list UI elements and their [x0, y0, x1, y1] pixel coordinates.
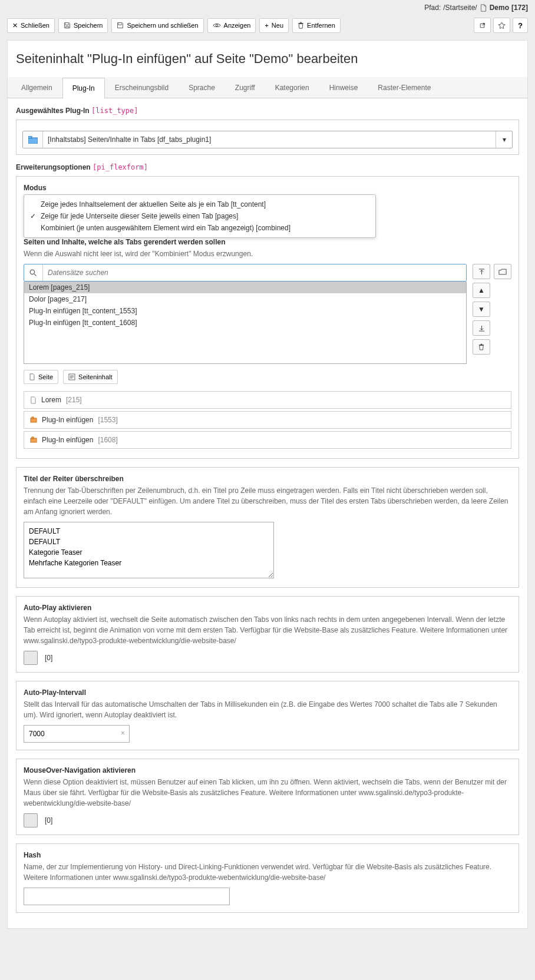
- svg-rect-2: [28, 136, 32, 138]
- autoplay-label: Auto-Play aktivieren: [24, 604, 511, 612]
- add-page-button[interactable]: Seite: [24, 370, 58, 384]
- ref-name: Plug-In einfügen: [42, 436, 93, 444]
- tab-erscheinungsbild[interactable]: Erscheinungsbild: [105, 77, 179, 98]
- search-icon: [24, 264, 43, 281]
- page-icon: [480, 4, 487, 12]
- save-close-button[interactable]: Speichern und schließen: [111, 18, 203, 33]
- page-icon: [30, 396, 37, 404]
- browse-button[interactable]: [494, 264, 511, 279]
- path-page-name[interactable]: Demo: [490, 4, 509, 12]
- plus-icon: +: [265, 22, 268, 29]
- remove-item-button[interactable]: [473, 339, 490, 355]
- path-crumb[interactable]: /Startseite/: [443, 4, 477, 12]
- mode-dropdown-menu: Zeige jedes Inhaltselement der aktuellen…: [24, 194, 376, 238]
- move-down-button[interactable]: ▼: [473, 302, 490, 317]
- ref-id: [1553]: [98, 416, 117, 424]
- move-top-button[interactable]: [473, 264, 490, 279]
- tab-zugriff[interactable]: Zugriff: [225, 77, 265, 98]
- tab-plug-in[interactable]: Plug-In: [62, 78, 105, 98]
- delete-button[interactable]: Entfernen: [292, 18, 341, 33]
- path-prefix: Pfad:: [424, 4, 441, 12]
- close-button[interactable]: ✕Schließen: [7, 18, 55, 33]
- chevron-down-icon: ▾: [496, 131, 512, 148]
- hash-label: Hash: [24, 851, 511, 859]
- trash-icon: [298, 22, 304, 29]
- mouseover-help: Wenn diese Option deaktiviert ist, müsse…: [24, 777, 511, 809]
- move-up-button[interactable]: ▲: [473, 283, 490, 298]
- ref-id: [215]: [66, 396, 82, 404]
- records-listbox[interactable]: Lorem [pages_215] Dolor [pages_217] Plug…: [24, 282, 467, 364]
- tab-raster-elemente[interactable]: Raster-Elemente: [368, 77, 441, 98]
- autoplay-checkbox[interactable]: [24, 651, 38, 665]
- eye-icon: [213, 22, 221, 28]
- records-help: Wenn die Auswahl nicht leer ist, wird de…: [24, 249, 511, 259]
- svg-point-3: [30, 270, 34, 274]
- view-button[interactable]: Anzeigen: [207, 18, 256, 33]
- content-icon: [68, 373, 75, 380]
- svg-point-0: [216, 24, 218, 27]
- mode-option-pages[interactable]: Zeige für jede Unterseite dieser Seite j…: [24, 210, 375, 222]
- mode-label: Modus: [24, 184, 511, 192]
- plugin-label: Ausgewähltes Plug-In [list_type]: [16, 107, 519, 115]
- ref-item[interactable]: Lorem [215]: [24, 391, 511, 409]
- page-icon: [29, 373, 35, 380]
- add-content-button[interactable]: Seiteninhalt: [63, 370, 118, 384]
- save-close-icon: [117, 22, 124, 29]
- ref-item[interactable]: Plug-In einfügen [1608]: [24, 431, 511, 449]
- bookmark-button[interactable]: [493, 18, 510, 33]
- plugin-tech-name: [list_type]: [91, 107, 138, 115]
- breadcrumb: Pfad: /Startseite/ Demo [172]: [0, 0, 535, 14]
- svg-rect-6: [32, 417, 34, 419]
- plugin-icon: [23, 131, 43, 148]
- plugin-select[interactable]: [Inhaltstabs] Seiten/Inhalte in Tabs [df…: [22, 131, 513, 148]
- mouseover-checkbox[interactable]: [24, 813, 38, 827]
- list-item[interactable]: Plug-In einfügen [tt_content_1608]: [24, 317, 466, 329]
- open-new-window-button[interactable]: [474, 18, 491, 33]
- help-button[interactable]: ?: [513, 18, 528, 33]
- interval-label: Auto-Play-Intervall: [24, 688, 511, 697]
- plugin-icon: [30, 416, 37, 423]
- list-item[interactable]: Dolor [pages_217]: [24, 293, 466, 305]
- autoplay-value: [0]: [45, 654, 52, 662]
- autoplay-help: Wenn Autoplay aktiviert ist, wechselt di…: [24, 614, 511, 646]
- plugin-icon: [30, 436, 37, 443]
- page-title: Seiteninhalt "Plug-In einfügen" auf Seit…: [16, 51, 519, 67]
- tab-kategorien[interactable]: Kategorien: [265, 77, 319, 98]
- ext-tech-name: [pi_flexform]: [93, 163, 148, 171]
- tab-sprache[interactable]: Sprache: [179, 77, 225, 98]
- mode-option-combined[interactable]: Kombiniert (je unten ausgewähltem Elemen…: [24, 222, 375, 234]
- hash-input[interactable]: [24, 888, 230, 905]
- titles-textarea[interactable]: [24, 522, 274, 578]
- interval-input[interactable]: [24, 725, 130, 743]
- close-icon: ✕: [12, 22, 18, 29]
- list-item[interactable]: Plug-In einfügen [tt_content_1553]: [24, 305, 466, 317]
- ref-name: Lorem: [41, 396, 61, 404]
- tab-hinweise[interactable]: Hinweise: [319, 77, 368, 98]
- path-page-id: [172]: [511, 4, 528, 12]
- tab-allgemein[interactable]: Allgemein: [11, 77, 62, 98]
- mode-option-tt-content[interactable]: Zeige jedes Inhaltselement der aktuellen…: [24, 198, 375, 210]
- clear-icon[interactable]: ×: [121, 729, 125, 737]
- toolbar: ✕Schließen Speichern Speichern und schli…: [0, 14, 535, 40]
- hash-help: Name, der zur Implementierung von Histor…: [24, 862, 511, 883]
- records-label: Seiten und Inhalte, welche als Tabs gere…: [24, 238, 511, 246]
- mouseover-value: [0]: [45, 816, 52, 825]
- save-icon: [64, 22, 71, 29]
- interval-help: Stellt das Intervall für das automatisch…: [24, 699, 511, 720]
- ref-name: Plug-In einfügen: [42, 416, 93, 424]
- mouseover-label: MouseOver-Navigation aktivieren: [24, 766, 511, 774]
- svg-rect-8: [32, 437, 34, 439]
- ext-label: Erweiterungsoptionen [pi_flexform]: [16, 163, 519, 171]
- list-item[interactable]: Lorem [pages_215]: [24, 282, 466, 293]
- titles-help: Trennung der Tab-Überschriften per Zeile…: [24, 485, 511, 517]
- search-input[interactable]: [43, 264, 466, 281]
- plugin-select-value: [Inhaltstabs] Seiten/Inhalte in Tabs [df…: [43, 131, 496, 148]
- tabs: Allgemein Plug-In Erscheinungsbild Sprac…: [8, 77, 527, 98]
- titles-label: Titel der Reiter überschreiben: [24, 475, 511, 483]
- new-button[interactable]: +Neu: [259, 18, 289, 33]
- ref-id: [1608]: [98, 436, 117, 444]
- move-bottom-button[interactable]: [473, 320, 490, 336]
- save-button[interactable]: Speichern: [58, 18, 108, 33]
- ref-item[interactable]: Plug-In einfügen [1553]: [24, 411, 511, 429]
